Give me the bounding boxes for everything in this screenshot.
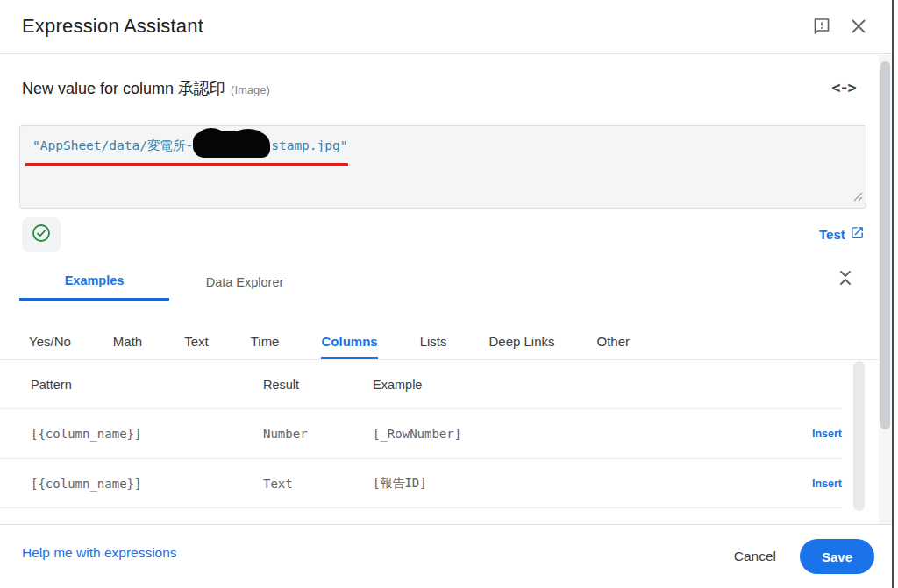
page-scrollbar-thumb[interactable] xyxy=(880,61,890,429)
code-view-toggle-button[interactable]: <-> xyxy=(826,75,861,100)
expression-valid-chip xyxy=(22,217,61,252)
redaction-blob xyxy=(193,131,270,158)
dialog-title: Expression Assistant xyxy=(22,15,203,38)
category-tab-yesno[interactable]: Yes/No xyxy=(29,334,71,359)
red-annotation-underline xyxy=(25,163,348,166)
category-tab-math[interactable]: Math xyxy=(113,334,142,359)
window-edge xyxy=(892,0,894,588)
insert-button[interactable]: Insert xyxy=(796,428,842,440)
subtitle-text: New value for column 承認印 xyxy=(22,80,225,97)
examples-table: Pattern Result Example [{column_name}] N… xyxy=(0,360,842,508)
expression-assistant-dialog: Expression Assistant New value for colum xyxy=(0,0,898,588)
examples-table-header: Pattern Result Example xyxy=(0,360,842,408)
dialog-header: Expression Assistant xyxy=(0,0,892,54)
category-tab-columns[interactable]: Columns xyxy=(321,334,377,359)
header-example: Example xyxy=(373,378,796,392)
column-type-label: (Image) xyxy=(231,83,270,96)
category-tab-time[interactable]: Time xyxy=(251,334,280,359)
expression-prefix: "AppSheet/data/変電所- xyxy=(32,138,193,152)
external-link-icon xyxy=(850,225,865,243)
feedback-icon xyxy=(811,16,832,39)
insert-button[interactable]: Insert xyxy=(796,478,842,490)
cell-pattern: [{column_name}] xyxy=(31,427,263,441)
tab-examples[interactable]: Examples xyxy=(19,263,169,301)
test-label: Test xyxy=(819,227,845,242)
examples-scrollbar[interactable] xyxy=(853,361,865,511)
test-button[interactable]: Test xyxy=(819,225,865,243)
code-icon: <-> xyxy=(831,79,856,96)
category-tab-text[interactable]: Text xyxy=(184,334,209,359)
help-link[interactable]: Help me with expressions xyxy=(22,545,177,561)
check-circle-icon xyxy=(31,223,52,247)
close-button[interactable] xyxy=(845,13,873,41)
column-subtitle: New value for column 承認印(Image) xyxy=(22,78,270,99)
collapse-panel-button[interactable] xyxy=(833,266,858,292)
expression-input[interactable]: "AppSheet/data/変電所-stamp.jpg" xyxy=(19,125,866,209)
cell-example: [_RowNumber] xyxy=(373,427,796,441)
cell-pattern: [{column_name}] xyxy=(31,477,263,491)
category-tab-other[interactable]: Other xyxy=(597,334,631,359)
resize-handle-icon[interactable] xyxy=(853,189,863,205)
cell-example: [報告ID] xyxy=(373,476,796,492)
category-tab-lists[interactable]: Lists xyxy=(420,334,447,359)
dialog-footer: Help me with expressions Cancel Save xyxy=(0,524,892,588)
page-scrollbar[interactable] xyxy=(879,55,892,524)
example-category-tabs: Yes/No Math Text Time Columns Lists Deep… xyxy=(0,322,879,360)
header-result: Result xyxy=(263,378,373,392)
expression-text: "AppSheet/data/変電所-stamp.jpg" xyxy=(32,138,348,154)
close-icon xyxy=(849,17,868,39)
cell-result: Number xyxy=(263,427,373,441)
table-row: [{column_name}] Text [報告ID] Insert xyxy=(0,458,842,508)
save-button[interactable]: Save xyxy=(800,539,874,574)
category-tab-deep-links[interactable]: Deep Links xyxy=(488,334,554,359)
cancel-button[interactable]: Cancel xyxy=(734,541,776,572)
main-tabs: Examples Data Explorer xyxy=(0,263,879,301)
expression-suffix: stamp.jpg" xyxy=(271,138,347,152)
subtitle-row: New value for column 承認印(Image) <-> xyxy=(0,70,879,105)
feedback-button[interactable] xyxy=(809,14,835,40)
tab-data-explorer[interactable]: Data Explorer xyxy=(169,263,320,301)
cell-result: Text xyxy=(263,477,373,491)
header-pattern: Pattern xyxy=(31,378,263,392)
collapse-icon xyxy=(837,268,854,290)
table-row: [{column_name}] Number [_RowNumber] Inse… xyxy=(0,408,842,458)
